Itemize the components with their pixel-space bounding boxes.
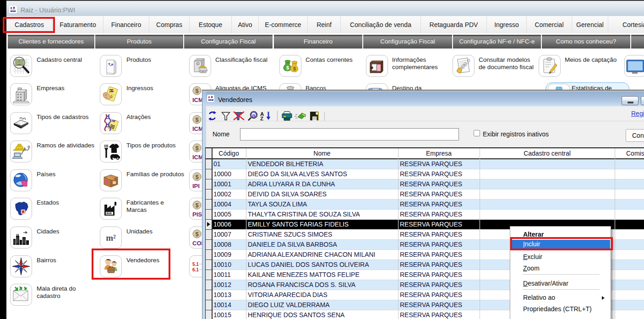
svg-text:IPI: IPI <box>192 183 200 189</box>
svg-text:$: $ <box>195 87 199 94</box>
svg-text:PIS: PIS <box>192 211 202 218</box>
svg-text:$: $ <box>286 65 289 70</box>
svg-text:m²: m² <box>106 233 116 243</box>
svg-text:$: $ <box>293 66 296 71</box>
svg-text:$: $ <box>195 202 199 209</box>
svg-text:n: n <box>252 113 256 118</box>
svg-text:$: $ <box>195 231 199 238</box>
svg-text:$: $ <box>195 116 199 123</box>
svg-text:$: $ <box>195 145 199 151</box>
svg-text:6.1: 6.1 <box>192 267 199 272</box>
svg-text:$: $ <box>195 173 199 180</box>
svg-text:Z: Z <box>260 116 263 121</box>
svg-text:5.1: 5.1 <box>192 262 199 267</box>
